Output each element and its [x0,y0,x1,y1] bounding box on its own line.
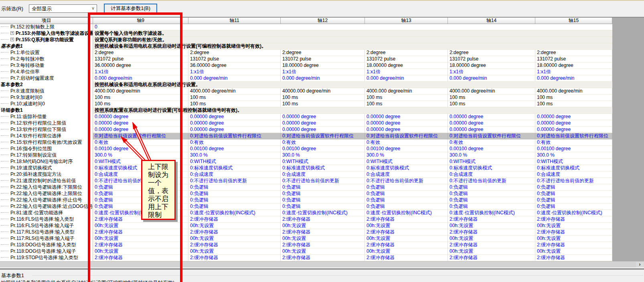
value-cell[interactable]: 00h:无设置 [448,236,535,242]
value-cell[interactable]: 0.00100 degree [535,146,612,152]
item-cell[interactable]: Pr.22:输入信号逻辑选择:下限限位 [0,184,93,191]
value-cell[interactable]: 0:WITH模式 [448,159,535,165]
value-cell[interactable]: 0:有效 [188,139,281,146]
value-cell[interactable]: 2:degree [535,50,612,56]
value-cell[interactable]: 2:degree [365,50,448,56]
value-cell[interactable]: 100 ms [535,101,612,107]
value-cell[interactable]: 0.00000 degree [365,114,448,120]
value-cell[interactable]: 2:degree [448,50,535,56]
value-cell[interactable]: 0:负逻辑 [188,203,281,210]
value-cell[interactable]: 00h:无设置 [188,236,281,242]
value-cell[interactable]: 4000.000 degree/min [535,88,612,95]
value-cell[interactable]: 100 ms [281,95,365,101]
value-cell[interactable]: 00h:无设置 [188,223,281,229]
value-cell[interactable]: 0:不进行进给当前值的更新 [448,178,535,184]
item-cell[interactable]: Pr.81:速度·位置功能选择 [0,210,93,216]
item-cell[interactable]: Pr.118:DOG信号选择:输入类型 [0,242,93,248]
value-cell[interactable]: 0:有效 [281,139,365,146]
item-cell[interactable]: Pr.12:软件行程限位上限值 [0,120,93,127]
value-cell[interactable]: 0:标准速度切换模式 [535,165,612,171]
value-cell[interactable]: 0:负逻辑 [448,203,535,210]
value-cell[interactable]: 100 ms [93,101,188,107]
value-cell[interactable]: 0.000 degree/min [93,75,188,82]
value-cell[interactable]: 0.00100 degree [365,146,448,152]
value-cell[interactable]: 0.00000 degree [535,127,612,133]
value-cell[interactable]: 100 ms [188,95,281,101]
item-cell[interactable]: Pr.17:转矩限制设定值 [0,152,93,159]
value-cell[interactable]: 0:速度·位置切换控制(INC模式) [365,210,448,216]
value-cell[interactable]: 0.00100 degree [93,146,188,152]
value-cell[interactable]: 4000.000 degree/min [365,88,448,95]
value-cell[interactable]: 0:合成速度 [365,171,448,178]
value-cell[interactable]: 131072 pulse [365,56,448,62]
value-cell[interactable]: 0:不进行进给当前值的更新 [365,178,448,184]
item-cell[interactable]: Pr.14:软件行程限位选择 [0,133,93,139]
value-cell[interactable]: 0:有效 [448,139,535,146]
value-cell[interactable]: 131072 pulse [281,56,365,62]
item-cell[interactable]: Pr.1:单位设置 [0,50,93,56]
value-cell[interactable]: 18.00000 degree [535,62,612,69]
value-cell[interactable]: 0:合成速度 [448,171,535,178]
item-cell[interactable]: 基本参数1 [0,43,93,50]
value-cell[interactable]: 2:缓冲存储器 [535,255,612,261]
value-cell[interactable]: 1:x1倍 [448,69,535,75]
value-cell[interactable]: 100 ms [365,95,448,101]
value-cell[interactable]: 0:有效 [365,139,448,146]
value-cell[interactable]: 100 ms [365,101,448,107]
item-cell[interactable]: Pr.116:FLS信号选择:输入类型 [0,216,93,223]
value-cell[interactable]: 0.00000 degree [448,127,535,133]
value-cell[interactable]: 0:负逻辑 [365,203,448,210]
value-cell[interactable]: 0.00000 degree [281,120,365,127]
value-cell[interactable]: 18.00000 degree [365,62,448,69]
value-cell[interactable]: 2:缓冲存储器 [535,242,612,248]
value-cell[interactable]: 100 ms [93,95,188,101]
item-cell[interactable]: Pr.116:FLS信号选择:输入端子 [0,223,93,229]
value-cell[interactable]: 2:缓冲存储器 [365,242,448,248]
value-cell[interactable]: 2:degree [281,50,365,56]
value-cell[interactable]: 131072 pulse [448,56,535,62]
value-cell[interactable]: 0:负逻辑 [535,184,612,191]
value-cell[interactable]: 0:负逻辑 [281,197,365,203]
value-cell[interactable]: 00h:无设置 [535,236,612,242]
value-cell[interactable]: 0:对进给当前值设置软件行程限位 [188,133,281,139]
value-cell[interactable]: 0.00000 degree [188,120,281,127]
horizontal-scrollbar[interactable]: › [0,261,644,268]
value-cell[interactable]: 0.00000 degree [281,114,365,120]
value-cell[interactable]: 2:缓冲存储器 [281,255,365,261]
value-cell[interactable]: 0:合成速度 [535,171,612,178]
value-cell[interactable]: 0.000 degree/min [535,75,612,82]
value-cell[interactable]: 300.0 % [365,152,448,159]
item-cell[interactable]: Pr.2:每转脉冲数 [0,56,93,62]
item-cell[interactable]: Pr.117:RLS信号选择:输入类型 [0,229,93,236]
value-cell[interactable]: 131072 pulse [535,56,612,62]
value-cell[interactable]: 0.00100 degree [188,146,281,152]
value-cell[interactable]: 4000.000 degree/min [448,88,535,95]
value-cell[interactable]: 00h:无设置 [281,223,365,229]
value-cell[interactable]: 0:速度·位置切换控制(INC模式) [448,210,535,216]
value-cell[interactable]: 00h:无设置 [281,236,365,242]
value-cell[interactable]: 00h:无设置 [448,223,535,229]
value-cell[interactable]: 0:负逻辑 [535,191,612,197]
value-cell[interactable]: 0:合成速度 [281,171,365,178]
item-cell[interactable]: Pr.22:输入信号逻辑选择:上限限位 [0,191,93,197]
item-cell[interactable]: Pr.152:控制轴数上限 [0,24,93,30]
column-header-axis-轴11[interactable]: 轴11 [188,18,281,24]
value-cell[interactable]: 0:负逻辑 [448,184,535,191]
item-cell[interactable]: Pr.11:齿隙补偿量 [0,114,93,120]
value-cell[interactable]: 0.00000 degree [93,120,188,127]
value-cell[interactable]: 0.00000 degree [365,120,448,127]
item-cell[interactable]: Pr.16:指令到位范围 [0,146,93,152]
value-cell[interactable]: 0:负逻辑 [281,184,365,191]
value-cell[interactable]: 0.000 degree/min [188,75,281,82]
value-cell[interactable]: 36.00000 degree [188,62,281,69]
value-cell[interactable]: 00h:无设置 [365,248,448,255]
value-cell[interactable]: 0.000 degree/min [281,75,365,82]
value-cell[interactable]: 40000.000 degree/min [281,88,365,95]
value-cell[interactable]: 0:有效 [535,139,612,146]
value-cell[interactable]: 18.00000 degree [281,62,365,69]
value-cell[interactable]: 00h:无设置 [93,236,188,242]
value-cell[interactable]: 300.0 % [188,152,281,159]
item-cell[interactable]: +Pr.153:外部输入信号数字滤波器设置 [0,30,93,37]
value-cell[interactable]: 0:对进给当前值设置软件行程限位 [448,133,535,139]
column-header-axis-轴9[interactable]: 轴9 [93,18,188,24]
